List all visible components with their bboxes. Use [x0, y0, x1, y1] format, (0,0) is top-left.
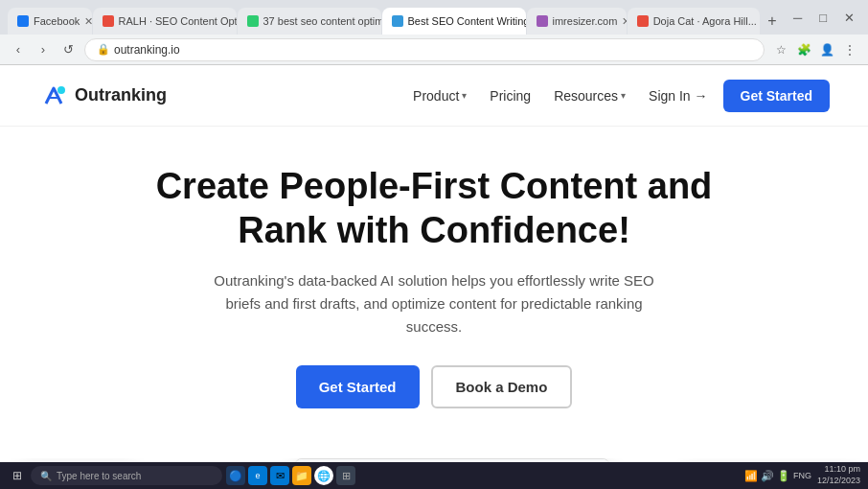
browser-chrome: Facebook ✕ RALH · SEO Content Opti... ✕ … — [0, 0, 868, 35]
tab-ralh[interactable]: RALH · SEO Content Opti... ✕ — [93, 8, 237, 35]
tab-imresizer[interactable]: imresizer.com ✕ — [527, 8, 627, 35]
tab-37best[interactable]: 37 best seo content optim... ✕ — [238, 8, 381, 35]
taskbar-mail-icon[interactable]: ✉ — [270, 466, 289, 485]
signin-label: Sign In → — [649, 88, 707, 104]
taskbar-apps: 🔵 e ✉ 📁 🌐 ⊞ — [226, 466, 355, 485]
taskbar-search-icon: 🔍 — [40, 471, 52, 481]
address-input[interactable]: 🔒 outranking.io — [84, 38, 765, 61]
product-chevron-icon: ▾ — [462, 90, 467, 101]
nav-cta-button[interactable]: Get Started — [723, 80, 830, 112]
svg-point-0 — [57, 86, 65, 94]
profile-icon[interactable]: 👤 — [816, 39, 837, 60]
preview-main-header: B I U | ≡ ≡ ≡ — [295, 459, 609, 462]
preview-main-window: B I U | ≡ ≡ ≡ Score Summary SEO score: 2… — [294, 458, 610, 462]
star-icon[interactable]: ☆ — [770, 39, 791, 60]
taskbar-wifi-icon: 📶 — [744, 470, 758, 482]
hero-subtitle: Outranking's data-backed AI solution hel… — [214, 269, 654, 338]
tab-best-seo[interactable]: Best SEO Content Writing... ✕ — [382, 8, 526, 35]
book-demo-button[interactable]: Book a Demo — [431, 365, 573, 408]
tab-label-facebook: Facebook — [34, 15, 80, 27]
tab-favicon-imresizer — [537, 15, 548, 27]
hero-title-line2: Rank with Confidence! — [238, 210, 630, 250]
taskbar-right: 📶 🔊 🔋 FNG 11:10 pm 12/12/2023 — [744, 464, 860, 486]
lock-icon: 🔒 — [97, 43, 110, 56]
maximize-button[interactable]: □ — [813, 9, 833, 27]
nav-links: Product ▾ Pricing Resources ▾ — [413, 88, 626, 104]
extensions-icon[interactable]: 🧩 — [793, 39, 814, 60]
taskbar-date-value: 12/12/2023 — [817, 476, 860, 487]
close-button[interactable]: ✕ — [838, 9, 860, 27]
address-bar: ‹ › ↺ 🔒 outranking.io ☆ 🧩 👤 ⋮ — [0, 35, 868, 65]
nav-product-label: Product — [413, 88, 459, 104]
logo-area: Outranking — [38, 81, 167, 111]
menu-icon[interactable]: ⋮ — [839, 39, 860, 60]
tab-favicon-facebook — [17, 15, 29, 27]
taskbar-search-bar[interactable]: 🔍 Type here to search — [31, 466, 222, 485]
tab-favicon-best-seo — [392, 15, 403, 27]
hero-buttons: Get Started Book a Demo — [19, 365, 849, 408]
tab-label-ralh: RALH · SEO Content Opti... — [119, 15, 237, 27]
resources-chevron-icon: ▾ — [621, 90, 626, 101]
hero-title: Create People-First Content and Rank wit… — [19, 165, 849, 252]
windows-start-icon[interactable]: ⊞ — [8, 466, 27, 485]
taskbar-time-value: 11:10 pm — [817, 464, 860, 476]
new-tab-button[interactable]: + — [761, 8, 784, 35]
window-controls: ─ □ ✕ — [788, 9, 860, 27]
nav-pricing-label: Pricing — [490, 88, 531, 104]
taskbar-edge-icon[interactable]: e — [248, 466, 267, 485]
tab-close-imresizer[interactable]: ✕ — [622, 15, 626, 28]
taskbar: ⊞ 🔍 Type here to search 🔵 e ✉ 📁 🌐 ⊞ 📶 🔊 … — [0, 462, 868, 489]
nav-pricing[interactable]: Pricing — [490, 88, 531, 104]
taskbar-chrome-icon[interactable]: 🌐 — [314, 466, 333, 485]
nav-resources-label: Resources — [554, 88, 618, 104]
forward-button[interactable]: › — [33, 39, 54, 60]
tab-facebook[interactable]: Facebook ✕ — [8, 8, 92, 35]
tab-favicon-37best — [247, 15, 259, 27]
nav-resources[interactable]: Resources ▾ — [554, 88, 626, 104]
minimize-button[interactable]: ─ — [788, 9, 808, 27]
hero-section: Create People-First Content and Rank wit… — [0, 127, 868, 458]
tab-label-best-seo: Best SEO Content Writing... — [408, 15, 526, 27]
taskbar-battery-icon: 🔋 — [777, 470, 790, 482]
nav-product[interactable]: Product ▾ — [413, 88, 467, 104]
logo-text: Outranking — [75, 85, 167, 105]
browser-nav-icons: ‹ › ↺ — [8, 39, 79, 60]
taskbar-folder-icon[interactable]: 📁 — [292, 466, 311, 485]
taskbar-search-text: Type here to search — [57, 471, 141, 481]
taskbar-apps-icon[interactable]: ⊞ — [336, 466, 355, 485]
back-button[interactable]: ‹ — [8, 39, 29, 60]
signin-link[interactable]: Sign In → — [649, 88, 707, 104]
website-content: Outranking Product ▾ Pricing Resources ▾… — [0, 65, 868, 462]
logo-icon — [38, 81, 69, 111]
taskbar-cortana-icon[interactable]: 🔵 — [226, 466, 245, 485]
taskbar-lang-label: FNG — [793, 471, 811, 480]
tabs-bar: Facebook ✕ RALH · SEO Content Opti... ✕ … — [8, 0, 784, 35]
tab-favicon-ralh — [103, 15, 114, 27]
tab-label-imresizer: imresizer.com — [553, 15, 618, 27]
taskbar-sys-icons: 📶 🔊 🔋 FNG — [744, 470, 811, 482]
reload-button[interactable]: ↺ — [57, 39, 79, 60]
tab-doja[interactable]: Doja Cat · Agora Hill... ✕ — [628, 8, 760, 35]
tab-favicon-doja — [637, 15, 649, 27]
tab-label-37best: 37 best seo content optim... — [263, 15, 381, 27]
site-nav: Outranking Product ▾ Pricing Resources ▾… — [0, 65, 868, 127]
tab-close-facebook[interactable]: ✕ — [84, 15, 91, 28]
address-text: outranking.io — [114, 43, 180, 57]
taskbar-start: ⊞ — [8, 466, 27, 485]
tab-label-doja: Doja Cat · Agora Hill... — [653, 15, 757, 27]
toolbar-icons: ☆ 🧩 👤 ⋮ — [770, 39, 860, 60]
taskbar-clock: 11:10 pm 12/12/2023 — [817, 464, 860, 486]
get-started-button[interactable]: Get Started — [296, 365, 420, 408]
hero-title-line1: Create People-First Content and — [156, 166, 713, 206]
taskbar-volume-icon: 🔊 — [761, 470, 774, 482]
